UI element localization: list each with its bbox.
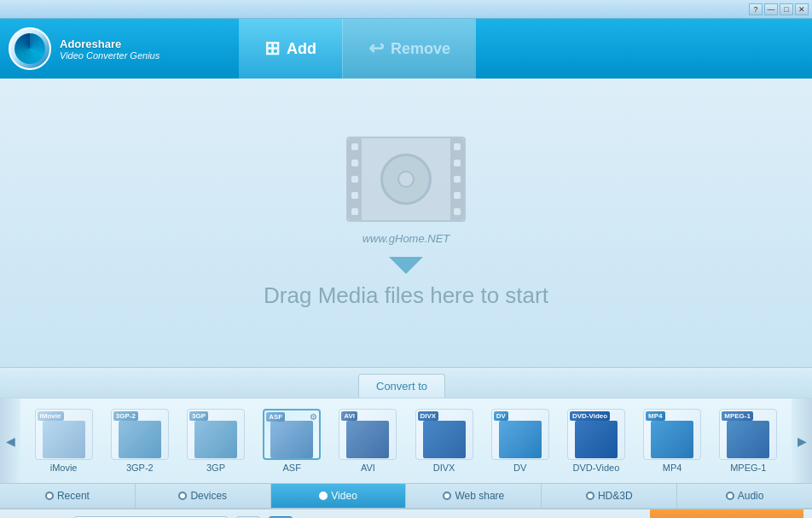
- help-button[interactable]: ?: [749, 3, 763, 15]
- toolbar: ⊞ Add ↩ Remove: [239, 19, 812, 79]
- add-icon: ⊞: [264, 38, 280, 60]
- nav-radio-recent: [45, 492, 54, 500]
- format-item-asf[interactable]: ASF ⚙ ASF: [258, 409, 326, 473]
- nav-label-hd3d: HD&3D: [598, 490, 633, 502]
- film-holes-left: [348, 138, 362, 220]
- film-center: [368, 145, 444, 213]
- format-icon-mp4: MP4: [643, 409, 701, 460]
- drop-area[interactable]: www.gHome.NET Drag Media files here to s…: [0, 79, 812, 367]
- window-controls: ? — □ ✕: [749, 3, 809, 15]
- nav-label-recent: Recent: [57, 490, 90, 502]
- gear-icon[interactable]: ⚙: [310, 412, 317, 422]
- format-item-dvd[interactable]: DVD-Video DVD-Video: [562, 409, 630, 473]
- film-strip: [346, 137, 466, 222]
- nav-item-devices[interactable]: Devices: [136, 484, 271, 508]
- format-name-mpeg: MPEG-1: [730, 463, 766, 473]
- title-bar: ? — □ ✕: [0, 0, 812, 19]
- nav-radio-video: [319, 492, 328, 500]
- nav-label-audio: Audio: [738, 490, 764, 502]
- format-icon-avi: AVI: [339, 409, 397, 460]
- nav-item-audio[interactable]: Audio: [677, 484, 812, 508]
- remove-icon: ↩: [368, 38, 384, 60]
- minimize-button[interactable]: —: [764, 3, 778, 15]
- format-item-imovie[interactable]: iMovie iMovie: [30, 409, 98, 473]
- format-icon-asf: ASF ⚙: [263, 409, 321, 460]
- nav-item-video[interactable]: Video: [271, 484, 407, 508]
- format-name-dv: DV: [513, 463, 526, 473]
- logo-icon: [9, 27, 51, 70]
- format-icon-dv: DV: [491, 409, 549, 460]
- bottom-nav: Recent Devices Video Web share HD&3D Aud…: [0, 483, 812, 509]
- drag-drop-text: Drag Media files here to start: [264, 282, 548, 309]
- format-item-dv[interactable]: DV DV: [486, 409, 554, 473]
- app-subtitle: Video Converter Genius: [60, 50, 160, 61]
- format-carousel: ◀ iMovie iMovie 3GP-2 3GP-2 3GP 3GP: [0, 398, 812, 483]
- nav-label-video: Video: [331, 490, 357, 502]
- format-item-avi[interactable]: AVI AVI: [334, 409, 402, 473]
- format-icon-divx: DIVX: [415, 409, 473, 460]
- nav-label-devices: Devices: [190, 490, 227, 502]
- format-name-3gp2: 3GP-2: [126, 463, 154, 473]
- brand-name: Adoreshare: [60, 38, 160, 50]
- format-item-divx[interactable]: DIVX DIVX: [410, 409, 478, 473]
- convert-to-tab[interactable]: Convert to: [358, 374, 445, 398]
- carousel-arrow-right[interactable]: ▶: [792, 399, 812, 483]
- watermark: www.gHome.NET: [362, 232, 450, 245]
- format-icon-dvd: DVD-Video: [567, 409, 625, 460]
- format-icon-mpeg: MPEG-1: [719, 409, 777, 460]
- logo-area: Adoreshare Video Converter Genius: [0, 27, 239, 70]
- logo-text: Adoreshare Video Converter Genius: [60, 38, 160, 61]
- format-name-imovie: iMovie: [50, 463, 78, 473]
- nav-item-webshare[interactable]: Web share: [406, 484, 542, 508]
- format-items: iMovie iMovie 3GP-2 3GP-2 3GP 3GP ASF: [20, 405, 792, 476]
- format-name-avi: AVI: [361, 463, 375, 473]
- film-reel: [380, 154, 432, 205]
- convert-to-bar: Convert to: [0, 367, 812, 398]
- convert-button[interactable]: 🔁 Convert: [650, 509, 803, 519]
- format-icon-3gp: 3GP: [187, 409, 245, 460]
- nav-label-webshare: Web share: [455, 490, 504, 502]
- nav-radio-webshare: [443, 492, 451, 500]
- format-icon-imovie: iMovie: [35, 409, 93, 460]
- format-name-dvd: DVD-Video: [572, 463, 619, 473]
- add-label: Add: [287, 40, 316, 58]
- footer-bar: Open Folder ... 🔍 Merge OFF History ⏱ 🔁 …: [0, 509, 812, 518]
- remove-label: Remove: [391, 40, 450, 58]
- format-name-3gp: 3GP: [206, 463, 225, 473]
- remove-button[interactable]: ↩ Remove: [343, 19, 476, 79]
- format-icon-3gp2: 3GP-2: [111, 409, 169, 460]
- header: Adoreshare Video Converter Genius ⊞ Add …: [0, 19, 812, 79]
- film-icon: www.gHome.NET: [346, 137, 466, 274]
- close-button[interactable]: ✕: [795, 3, 809, 15]
- format-item-mpeg[interactable]: MPEG-1 MPEG-1: [714, 409, 782, 473]
- arrow-down-icon: [389, 257, 423, 274]
- format-item-3gp2[interactable]: 3GP-2 3GP-2: [106, 409, 174, 473]
- format-item-mp4[interactable]: MP4 MP4: [638, 409, 706, 473]
- nav-item-hd3d[interactable]: HD&3D: [542, 484, 677, 508]
- format-name-asf: ASF: [282, 463, 300, 473]
- format-name-divx: DIVX: [433, 463, 455, 473]
- nav-radio-hd3d: [586, 492, 594, 500]
- format-name-mp4: MP4: [663, 463, 682, 473]
- carousel-arrow-left[interactable]: ◀: [0, 399, 20, 483]
- nav-item-recent[interactable]: Recent: [0, 484, 136, 508]
- nav-radio-devices: [178, 492, 187, 500]
- maximize-button[interactable]: □: [780, 3, 793, 15]
- add-button[interactable]: ⊞ Add: [239, 19, 343, 79]
- nav-radio-audio: [726, 492, 734, 500]
- format-item-3gp[interactable]: 3GP 3GP: [182, 409, 250, 473]
- film-holes-right: [450, 138, 464, 220]
